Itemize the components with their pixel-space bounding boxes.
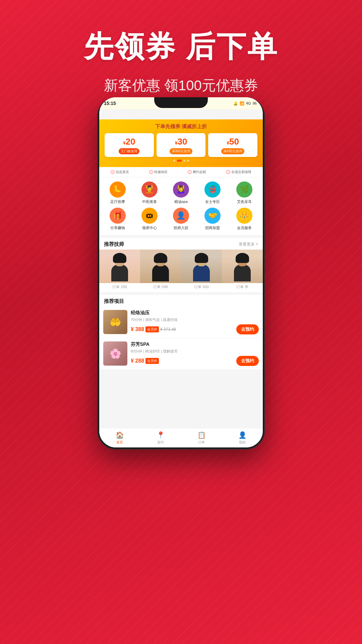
tech-item-1[interactable]: 订单 200	[99, 250, 140, 292]
category-section: 🦶 足疗按摩 💆 中医推拿 💆‍♀️ 精油spa 👙	[99, 177, 263, 235]
phone-screen: 15:15 🔔 📶 4G 96 📍 北京 下单先领券 满减折上折	[99, 97, 263, 447]
category-row-1: 🦶 足疗按摩 💆 中医推拿 💆‍♀️ 精油spa 👙	[102, 181, 260, 204]
tech-see-more[interactable]: 查看更多 >	[239, 241, 258, 247]
trust-label-4: 全场交易保障	[231, 170, 251, 174]
tech-photo-3	[181, 250, 222, 283]
coupon-item-50[interactable]: ¥50 满450元使用	[208, 133, 257, 157]
category-share[interactable]: 🎁 分享赚钱	[104, 208, 131, 230]
category-ladies[interactable]: 👙 女士专区	[199, 181, 226, 204]
category-tcm[interactable]: 💆 中医推拿	[136, 181, 163, 204]
project-item-1[interactable]: 🤲 经络油压 70分钟 | 调和气血 | 疏通经络 ¥ 388 会员价 ¥ 37…	[99, 307, 263, 338]
status-icons: 🔔 📶 4G 96	[233, 101, 257, 106]
trust-label-2: 快速响应	[154, 170, 168, 174]
check-icon-3: ✓	[188, 170, 192, 174]
coupons-row: ¥20 无门槛使用 ¥30 满300元使用 ¥50 满450元使用	[105, 133, 257, 157]
phone-device: 15:15 🔔 📶 4G 96 📍 北京 下单先领券 满减折上折	[97, 97, 265, 449]
coupon-desc-20: 无门槛使用	[119, 148, 139, 154]
tcm-label: 中医推拿	[142, 199, 157, 204]
tech-item-2[interactable]: 订单 598	[140, 250, 181, 292]
membership-label: 会员服务	[237, 225, 252, 230]
membership-icon: 👑	[236, 208, 252, 224]
nav-home[interactable]: 🏠 首页	[99, 428, 140, 447]
tech-item-3[interactable]: 订单 500	[181, 250, 222, 292]
check-icon-1: ✓	[111, 170, 115, 174]
status-time: 15:15	[104, 101, 116, 106]
coupon-center-icon: 🎟	[141, 208, 158, 224]
member-price-1: ¥ 372.48	[160, 327, 176, 332]
price-area-2: ¥ 288 会员价	[131, 358, 159, 364]
dot-2	[177, 160, 182, 162]
coupon-item-20[interactable]: ¥20 无门槛使用	[105, 133, 154, 157]
trust-label-3: 爽约必赔	[193, 170, 206, 174]
banner-title: 下单先领券 满减折上折	[105, 123, 257, 130]
moxibustion-icon: 🌿	[236, 181, 252, 198]
franchise-label: 招商加盟	[205, 225, 220, 230]
coupon-amount-30: ¥30	[161, 137, 202, 147]
trust-item-4: ✓ 全场交易保障	[226, 170, 251, 174]
direct-icon: 📍	[157, 431, 165, 439]
category-foot-massage[interactable]: 🦶 足疗按摩	[104, 181, 131, 204]
phone-frame: 15:15 🔔 📶 4G 96 📍 北京 下单先领券 满减折上折	[97, 97, 265, 449]
ladies-label: 女士专区	[205, 199, 220, 204]
project-price-1: ¥ 388	[131, 326, 144, 332]
tech-orders-3: 订单 500	[181, 284, 222, 289]
moxibustion-label: 艾灸采耳	[237, 199, 252, 204]
category-tech-join[interactable]: 👤 技师入驻	[168, 208, 194, 230]
tech-section-header: 推荐技师 查看更多 >	[99, 238, 263, 250]
projects-section-title: 推荐项目	[104, 298, 124, 305]
orders-icon: 📋	[197, 431, 206, 439]
category-coupon-center[interactable]: 🎟 领券中心	[136, 208, 163, 230]
trust-item-3: ✓ 爽约必赔	[188, 170, 206, 174]
phone-notch	[154, 97, 208, 108]
tech-silhouette-3	[191, 255, 212, 283]
tech-silhouette-1	[110, 255, 130, 283]
franchise-icon: 🤝	[204, 208, 221, 224]
tech-orders-4: 订单 李	[222, 284, 263, 289]
project-image-2: 🌸	[103, 341, 127, 366]
tcm-icon: 💆	[141, 181, 158, 198]
project-name-1: 经络油压	[131, 310, 259, 316]
share-icon: 🎁	[110, 208, 126, 224]
trust-row: ✓ 信息真实 ✓ 快速响应 ✓ 爽约必赔 ✓ 全场交易保障	[99, 167, 263, 177]
products-section: 推荐项目 🤲 经络油压 70分钟 | 调和气血 | 疏通经络 ¥ 388 会员价	[99, 295, 263, 370]
category-spa[interactable]: 💆‍♀️ 精油spa	[168, 181, 194, 204]
trust-item-1: ✓ 信息真实	[111, 170, 129, 174]
foot-massage-label: 足疗按摩	[110, 199, 125, 204]
project-info-1: 经络油压 70分钟 | 调和气血 | 疏通经络 ¥ 388 会员价 ¥ 372.…	[131, 310, 259, 334]
hero-subtitle: 新客优惠 领100元优惠券	[0, 76, 362, 95]
nav-orders[interactable]: 📋 订单	[181, 428, 222, 447]
tech-photo-1	[99, 250, 140, 283]
category-franchise[interactable]: 🤝 招商加盟	[199, 208, 226, 230]
project-price-row-1: ¥ 388 会员价 ¥ 372.48 去预约	[131, 324, 259, 334]
book-button-2[interactable]: 去预约	[236, 356, 259, 366]
ladies-icon: 👙	[204, 181, 221, 198]
notification-icon: 🔔	[233, 101, 238, 106]
nav-home-label: 首页	[116, 440, 123, 445]
profile-icon: 👤	[238, 431, 247, 439]
coupon-item-30[interactable]: ¥30 满300元使用	[157, 133, 206, 157]
tech-photo-2	[140, 250, 181, 283]
price-area-1: ¥ 388 会员价 ¥ 372.48	[131, 326, 176, 332]
dot-1	[173, 160, 175, 162]
banner-dots	[105, 160, 257, 162]
category-moxibustion[interactable]: 🌿 艾灸采耳	[231, 181, 258, 204]
project-name-2: 芬芳SPA	[131, 341, 259, 347]
book-button-1[interactable]: 去预约	[236, 324, 259, 334]
project-item-2[interactable]: 🌸 芬芳SPA 60分钟 | 精油舒经 | 缓解疲劳 ¥ 288 会员价 去预约	[99, 338, 263, 370]
tech-item-4[interactable]: 订单 李	[222, 250, 263, 292]
category-row-2: 🎁 分享赚钱 🎟 领券中心 👤 技师入驻 🤝	[102, 208, 260, 230]
project-price-2: ¥ 288	[131, 358, 144, 364]
project-image-1: 🤲	[103, 310, 127, 334]
nav-direct[interactable]: 📍 直约	[140, 428, 181, 447]
tech-photo-4	[222, 250, 263, 283]
coupon-amount-20: ¥20	[109, 137, 150, 147]
tech-section-title: 推荐技师	[104, 241, 124, 248]
trust-item-2: ✓ 快速响应	[149, 170, 168, 174]
nav-direct-label: 直约	[157, 440, 164, 445]
share-label: 分享赚钱	[110, 225, 125, 230]
screen-content: 15:15 🔔 📶 4G 96 📍 北京 下单先领券 满减折上折	[99, 97, 263, 447]
category-membership[interactable]: 👑 会员服务	[231, 208, 258, 230]
nav-profile-label: 我的	[239, 440, 246, 445]
project-price-row-2: ¥ 288 会员价 去预约	[131, 356, 259, 366]
nav-profile[interactable]: 👤 我的	[222, 428, 263, 447]
